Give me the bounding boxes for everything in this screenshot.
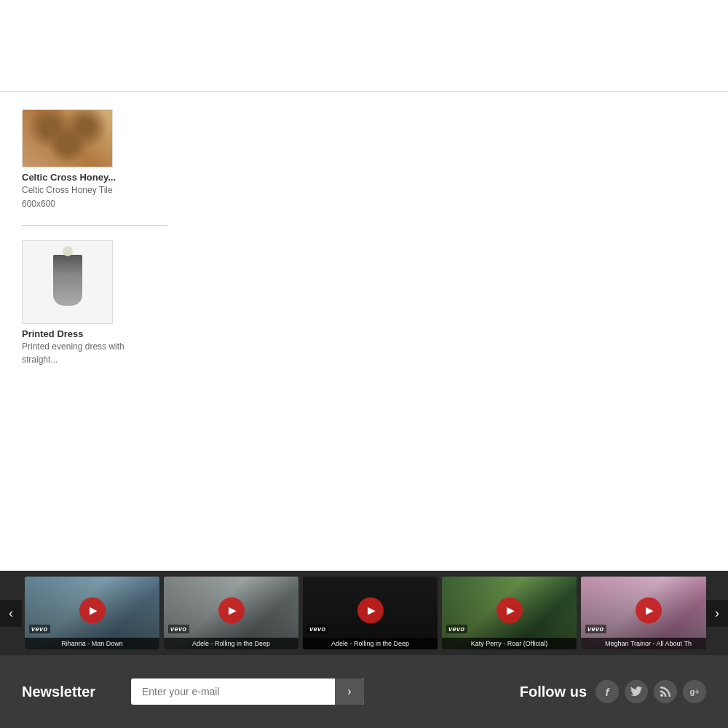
video-play-button-katy[interactable] (496, 597, 523, 623)
newsletter-submit-button[interactable]: › (335, 678, 364, 705)
google-plus-icon[interactable]: g+ (683, 680, 706, 703)
twitter-icon[interactable] (625, 680, 648, 703)
product-desc-dress-2: straight... (22, 354, 167, 366)
social-icons: f g+ (596, 680, 706, 703)
products-divider (22, 225, 167, 226)
arrow-right-icon: › (347, 685, 351, 698)
product-title-celtic: Celtic Cross Honey... (22, 172, 167, 183)
video-katy[interactable]: vevo Katy Perry - Roar (Official) (442, 577, 577, 649)
product-desc-celtic-1: Celtic Cross Honey Tile (22, 184, 167, 197)
video-adele1[interactable]: vevo Adele - Rolling in the Deep (164, 577, 298, 649)
video-title-adele1: Adele - Rolling in the Deep (164, 638, 298, 649)
dress-figure (46, 244, 90, 320)
product-desc-celtic-2: 600x600 (22, 198, 167, 210)
facebook-icon[interactable]: f (596, 680, 619, 703)
newsletter-label: Newsletter (22, 684, 116, 700)
carousel-prev-button[interactable]: ‹ (0, 600, 22, 627)
product-image-dress[interactable] (22, 240, 113, 324)
newsletter-form: › (131, 678, 364, 705)
video-list: vevo Rihanna - Man Down vevo Adele - Rol… (22, 577, 706, 649)
video-play-button-adele1[interactable] (218, 597, 245, 623)
product-desc-dress-1: Printed evening dress with (22, 341, 167, 353)
vevo-badge-rihanna: vevo (29, 625, 50, 633)
video-rihanna[interactable]: vevo Rihanna - Man Down (25, 577, 159, 649)
video-adele2[interactable]: vevo Adele - Rolling in the Deep (303, 577, 438, 649)
follow-section: Follow us f g+ (520, 680, 706, 703)
video-title-katy: Katy Perry - Roar (Official) (442, 638, 577, 649)
rss-icon[interactable] (654, 680, 677, 703)
video-meghan[interactable]: vevo Meghan Trainor - All About Th (581, 577, 706, 649)
video-title-rihanna: Rihanna - Man Down (25, 638, 159, 649)
product-list: Celtic Cross Honey... Celtic Cross Honey… (0, 95, 204, 381)
footer-bar: Newsletter › Follow us f g+ (0, 655, 728, 728)
video-play-button-adele2[interactable] (357, 597, 384, 623)
product-item-celtic: Celtic Cross Honey... Celtic Cross Honey… (22, 109, 167, 210)
product-item-dress: Printed Dress Printed evening dress with… (22, 240, 167, 367)
follow-us-label: Follow us (520, 684, 587, 700)
product-title-dress: Printed Dress (22, 328, 167, 339)
carousel-next-button[interactable]: › (706, 600, 728, 627)
video-play-button-meghan[interactable] (636, 597, 662, 623)
vevo-badge-katy: vevo (446, 625, 467, 633)
video-title-adele2: Adele - Rolling in the Deep (303, 638, 438, 649)
video-play-button-rihanna[interactable] (79, 597, 106, 623)
vevo-badge-adele1: vevo (168, 625, 189, 633)
top-separator (0, 91, 728, 92)
vevo-badge-adele2: vevo (307, 625, 328, 633)
video-carousel: ‹ vevo Rihanna - Man Down vevo Adele - R… (0, 571, 728, 655)
newsletter-email-input[interactable] (131, 678, 364, 705)
svg-point-0 (660, 694, 663, 697)
video-title-meghan: Meghan Trainor - All About Th (581, 638, 706, 649)
vevo-badge-meghan: vevo (585, 625, 606, 633)
product-image-celtic[interactable] (22, 109, 113, 167)
